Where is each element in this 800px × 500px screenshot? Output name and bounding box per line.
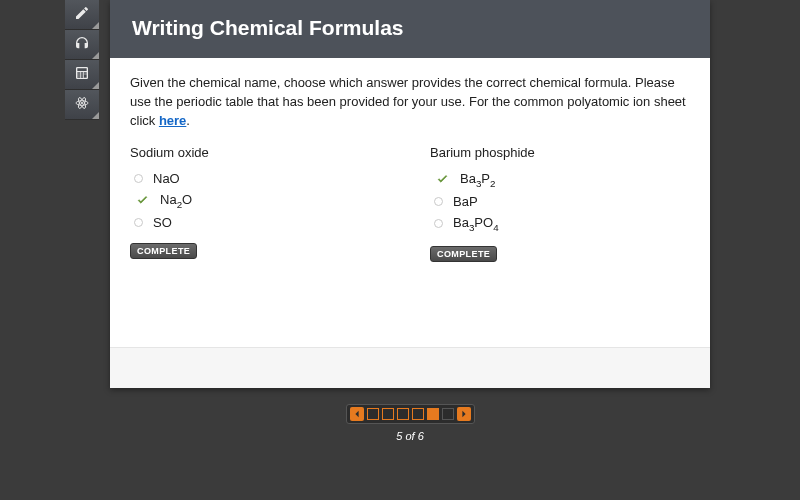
status-badge: COMPLETE: [430, 246, 497, 262]
page-indicator[interactable]: [397, 408, 409, 420]
tool-calculator[interactable]: [65, 60, 99, 90]
question-prompt: Barium phosphide: [430, 145, 690, 160]
page-indicator[interactable]: [382, 408, 394, 420]
instructions-suffix: .: [186, 113, 190, 128]
answer-option[interactable]: Ba3P2: [430, 168, 690, 192]
radio-icon: [134, 218, 143, 227]
pager: 5 of 6: [110, 404, 710, 442]
page-label: 5 of 6: [110, 430, 710, 442]
status-badge: COMPLETE: [130, 243, 197, 259]
answer-option[interactable]: Na2O: [130, 189, 390, 213]
option-label: Ba3P2: [460, 171, 495, 189]
check-icon: [134, 193, 150, 207]
question: Barium phosphideBa3P2BaPBa3PO4COMPLETE: [430, 145, 690, 262]
page-title: Writing Chemical Formulas: [110, 0, 710, 58]
tool-atom[interactable]: [65, 90, 99, 120]
page-indicator[interactable]: [427, 408, 439, 420]
answer-option[interactable]: SO: [130, 212, 390, 233]
radio-icon: [434, 197, 443, 206]
tool-headphones[interactable]: [65, 30, 99, 60]
page-indicator[interactable]: [442, 408, 454, 420]
questions-row: Sodium oxideNaONa2OSOCOMPLETEBarium phos…: [130, 145, 690, 262]
toolstrip: [65, 0, 99, 120]
chevron-right-icon: [460, 410, 468, 418]
question: Sodium oxideNaONa2OSOCOMPLETE: [130, 145, 390, 262]
option-label: SO: [153, 215, 172, 230]
pager-inner: [346, 404, 475, 424]
radio-icon: [134, 174, 143, 183]
instructions: Given the chemical name, choose which an…: [130, 74, 690, 131]
question-prompt: Sodium oxide: [130, 145, 390, 160]
svg-point-0: [81, 101, 83, 103]
content-card: Writing Chemical Formulas Given the chem…: [110, 0, 710, 388]
check-icon: [434, 172, 450, 186]
headphones-icon: [74, 35, 90, 55]
radio-icon: [434, 219, 443, 228]
tool-pencil[interactable]: [65, 0, 99, 30]
option-label: NaO: [153, 171, 180, 186]
atom-icon: [74, 95, 90, 115]
chevron-left-icon: [353, 410, 361, 418]
page-indicator[interactable]: [412, 408, 424, 420]
calculator-icon: [74, 65, 90, 85]
prev-arrow-button[interactable]: [350, 407, 364, 421]
answer-option[interactable]: Ba3PO4: [430, 212, 690, 236]
page-indicator[interactable]: [367, 408, 379, 420]
option-label: Na2O: [160, 192, 192, 210]
answer-option[interactable]: BaP: [430, 191, 690, 212]
option-label: Ba3PO4: [453, 215, 499, 233]
option-label: BaP: [453, 194, 478, 209]
card-body: Given the chemical name, choose which an…: [110, 58, 710, 348]
instructions-text: Given the chemical name, choose which an…: [130, 75, 686, 128]
next-arrow-button[interactable]: [457, 407, 471, 421]
card-footer: [110, 348, 710, 388]
answer-option[interactable]: NaO: [130, 168, 390, 189]
polyatomic-link[interactable]: here: [159, 113, 186, 128]
pencil-icon: [74, 5, 90, 25]
